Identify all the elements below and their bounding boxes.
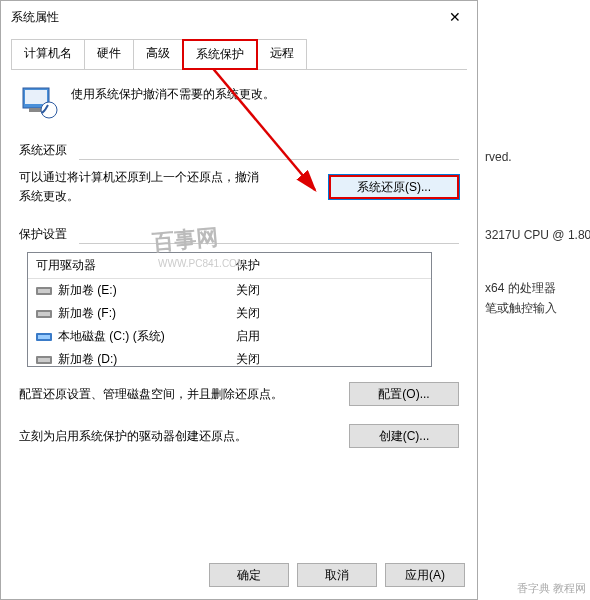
bg-text-4: 笔或触控输入 xyxy=(485,300,557,317)
info-text: 使用系统保护撤消不需要的系统更改。 xyxy=(71,82,275,103)
configure-button[interactable]: 配置(O)... xyxy=(349,382,459,406)
create-description: 立刻为启用系统保护的驱动器创建还原点。 xyxy=(19,427,299,446)
drive-status: 关闭 xyxy=(236,282,260,299)
tab-computer-name[interactable]: 计算机名 xyxy=(11,39,85,70)
header-drive: 可用驱动器 xyxy=(36,257,236,274)
drive-row[interactable]: 新加卷 (F:) 关闭 xyxy=(28,302,431,325)
config-description: 配置还原设置、管理磁盘空间，并且删除还原点。 xyxy=(19,385,299,404)
bg-text-2: 3217U CPU @ 1.800 xyxy=(485,228,590,242)
svg-rect-5 xyxy=(38,289,50,293)
titlebar: 系统属性 ✕ xyxy=(1,1,477,33)
svg-rect-1 xyxy=(25,90,47,104)
apply-button[interactable]: 应用(A) xyxy=(385,563,465,587)
drive-name: 本地磁盘 (C:) (系统) xyxy=(58,328,165,345)
tab-system-protection[interactable]: 系统保护 xyxy=(182,39,258,70)
drive-name: 新加卷 (D:) xyxy=(58,351,117,367)
tab-hardware[interactable]: 硬件 xyxy=(84,39,134,70)
close-button[interactable]: ✕ xyxy=(432,2,477,32)
tab-advanced[interactable]: 高级 xyxy=(133,39,183,70)
footer-watermark: 香字典 教程网 xyxy=(517,581,586,596)
system-restore-button[interactable]: 系统还原(S)... xyxy=(329,175,459,199)
drive-status: 启用 xyxy=(236,328,260,345)
svg-rect-11 xyxy=(38,358,50,362)
drive-status: 关闭 xyxy=(236,351,260,367)
hdd-icon xyxy=(36,285,52,297)
dialog-title: 系统属性 xyxy=(11,9,59,26)
section-protect-label: 保护设置 xyxy=(19,226,459,243)
header-status: 保护 xyxy=(236,257,260,274)
cancel-button[interactable]: 取消 xyxy=(297,563,377,587)
bg-text-3: x64 的处理器 xyxy=(485,280,556,297)
svg-point-3 xyxy=(41,102,57,118)
drive-name: 新加卷 (E:) xyxy=(58,282,117,299)
drive-status: 关闭 xyxy=(236,305,260,322)
drive-list-header: 可用驱动器 保护 xyxy=(28,253,431,279)
drive-name: 新加卷 (F:) xyxy=(58,305,116,322)
drive-list[interactable]: 可用驱动器 保护 新加卷 (E:) 关闭 新加卷 (F:) 关闭 xyxy=(27,252,432,367)
svg-rect-7 xyxy=(38,312,50,316)
hdd-icon xyxy=(36,308,52,320)
system-properties-dialog: 系统属性 ✕ 计算机名 硬件 高级 系统保护 远程 使用系统保护撤消不需要的系统… xyxy=(0,0,478,600)
tab-strip: 计算机名 硬件 高级 系统保护 远程 xyxy=(11,38,467,70)
bg-text-1: rved. xyxy=(485,150,512,164)
svg-rect-9 xyxy=(38,335,50,339)
content-area: 使用系统保护撤消不需要的系统更改。 系统还原 可以通过将计算机还原到上一个还原点… xyxy=(1,70,477,478)
hdd-icon xyxy=(36,354,52,366)
computer-icon xyxy=(19,82,59,122)
ok-button[interactable]: 确定 xyxy=(209,563,289,587)
tab-remote[interactable]: 远程 xyxy=(257,39,307,70)
drive-row[interactable]: 本地磁盘 (C:) (系统) 启用 xyxy=(28,325,431,348)
drive-row[interactable]: 新加卷 (E:) 关闭 xyxy=(28,279,431,302)
section-restore-label: 系统还原 xyxy=(19,142,459,159)
dialog-buttons: 确定 取消 应用(A) xyxy=(209,563,465,587)
restore-description: 可以通过将计算机还原到上一个还原点，撤消系统更改。 xyxy=(19,168,269,206)
create-button[interactable]: 创建(C)... xyxy=(349,424,459,448)
drive-row[interactable]: 新加卷 (D:) 关闭 xyxy=(28,348,431,367)
system-drive-icon xyxy=(36,331,52,343)
